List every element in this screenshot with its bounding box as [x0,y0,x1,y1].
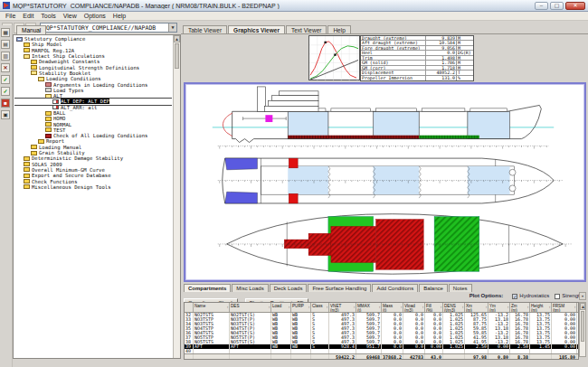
action-row: Compliance Check Floating Position in 3D… [184,292,588,301]
cell [425,349,443,353]
column-header-ym[interactable]: Ym(m)↕ [488,303,510,312]
column-header-height[interactable]: Height(m)↕ [530,303,552,312]
tab-deck-loads[interactable]: Deck Loads [270,284,308,292]
window-title: MQP*STATUTORY_COMPLIANCE/NAPADB - Manage… [13,3,533,9]
menu-item-edit[interactable]: Edit [19,12,37,20]
menu-item-tools[interactable]: Tools [37,12,59,20]
maximize-button[interactable]: ▢ [550,2,564,10]
table-options-icon[interactable]: ▾ [579,292,586,300]
menu-item-view[interactable]: View [60,12,81,20]
table-scrollbar[interactable]: ▲ [579,302,586,357]
folder-icon [31,145,37,149]
tree-item-label: ALT [53,93,62,99]
chart-grid [309,36,359,80]
tree-item-label: TEST [53,127,65,133]
cell [510,349,530,353]
ballast-strip-green [419,136,479,139]
column-header-purp[interactable]: PURP↕ [291,303,311,312]
column-header-vnet[interactable]: VNET(m3)↕ [329,303,356,312]
folder-icon [24,179,30,184]
tree-item-label: MARPOL Reg.12A [32,48,74,53]
menu-item-help[interactable]: Help [109,12,129,20]
tab-misc-loads[interactable]: Misc Loads [232,284,268,292]
delete-icon[interactable]: ✕ [1,63,10,72]
tree-item-label: Check Functions [32,179,78,184]
sort-icon[interactable]: ↕ [507,305,509,309]
folder-icon [45,117,52,121]
column-header-dens[interactable]: DENS(t/m3)↕ [443,303,465,312]
sort-icon[interactable]: ↕ [574,305,576,309]
tree-tab-manual[interactable]: Manual [16,25,46,34]
tab-balance[interactable]: Balance [419,284,448,292]
sort-icon[interactable]: ↕ [327,305,328,309]
sort-icon[interactable]: ↕ [527,305,529,309]
tree-item-label: BALL [53,110,65,116]
manager-path-combobox[interactable]: MQP*STATUTORY_COMPLIANCE//NAPADB ▼ [40,23,177,33]
sort-icon[interactable]: ↕ [486,305,488,309]
sort-icon[interactable]: ↕ [462,305,464,309]
hydro-label: GM (corr) [361,66,426,70]
sort-icon[interactable]: ↕ [549,305,551,309]
sort-icon[interactable]: ↕ [401,305,403,309]
minimize-button[interactable]: – [535,2,548,10]
column-header-des[interactable]: DES↕ [230,303,271,312]
check-all-icon[interactable]: ✓ [1,87,10,96]
sort-icon[interactable]: ↕ [422,305,424,309]
column-header-class[interactable]: Class↕ [311,303,329,312]
cell [403,349,425,353]
column-header-xm[interactable]: Xm(m)↕ [465,303,488,312]
sort-icon[interactable]: ↕ [269,305,270,309]
cell [271,349,291,353]
tree-scrollbar[interactable]: ▲ [173,35,180,358]
checkbox-hydrostatics[interactable]: ✓ [512,294,517,299]
tree-item[interactable]: Miscellaneous Design Tools [14,184,172,190]
scroll-up-icon[interactable]: ▲ [174,35,180,42]
sort-icon[interactable]: ↕ [354,305,356,309]
tree-item-label: Export and Secure Database [32,173,111,178]
column-header-fill[interactable]: Fill(%)↕ [425,303,443,312]
close-button[interactable]: ✕ [565,2,585,10]
tree-scroll-thumb[interactable] [175,43,179,69]
graphics-viewer-canvas[interactable] [184,82,586,282]
chevron-down-icon[interactable]: ▼ [168,24,176,32]
checkbox-strength[interactable] [555,294,560,299]
print-icon[interactable]: ▣ [1,110,10,119]
sort-icon[interactable]: ↕ [308,305,310,309]
tab-add-conditions[interactable]: Add Conditions [372,284,418,292]
menu-item-options[interactable]: Options [81,12,109,20]
column-header-zm[interactable]: Zm(m)↕ [510,303,530,312]
tab-compartments[interactable]: Compartments [184,284,231,292]
document-icon[interactable]: ▤ [1,40,10,49]
stop-icon[interactable]: ■ [1,99,10,108]
sort-icon[interactable]: ↕ [289,305,290,309]
scroll-up-icon[interactable]: ▲ [580,303,585,310]
sort-icon[interactable]: ↕ [379,305,381,309]
folder-icon [24,42,30,47]
layers-icon[interactable]: ▥ [1,52,10,61]
sort-icon[interactable]: ↕ [227,305,229,309]
column-header-load[interactable]: Load↕ [271,303,291,312]
tree-item-label: ALT_DEP: ALT_DEP [61,99,109,104]
check-icon[interactable]: ✓ [1,75,10,84]
column-header-mmax[interactable]: MMAX(t)↕ [356,303,382,312]
stern-wing-tank [225,158,258,170]
tab-notes[interactable]: Notes [449,284,472,292]
check-icon [45,134,52,138]
column-header-name[interactable]: Name↕ [194,303,230,312]
column-header-mass[interactable]: Mass(t)↕ [382,303,403,312]
menu-item-file[interactable]: File [2,12,19,20]
column-header-rownum [185,303,194,312]
sort-icon[interactable]: ↕ [441,305,442,309]
cell [311,349,329,353]
cargo-hold-filled [288,111,328,138]
table-row[interactable]: 40 [185,349,578,353]
column-header-frsm[interactable]: FRSM(tm)↕ [552,303,577,312]
hatch-circle [509,185,516,192]
table-scroll-thumb[interactable] [581,311,584,342]
grid-icon[interactable]: ▦ [1,28,10,37]
column-header-vload[interactable]: Vload(m3)↕ [403,303,425,312]
magenta-marker[interactable] [265,115,272,122]
folder-icon [38,77,44,81]
tab-free-surface-handling[interactable]: Free Surface Handling [308,284,371,292]
tree-item-label: Check of All Loading Conditions [53,133,147,138]
